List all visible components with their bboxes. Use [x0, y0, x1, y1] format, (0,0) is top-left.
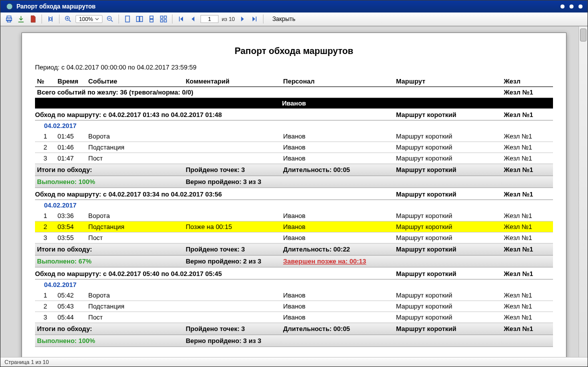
vertical-scrollbar[interactable]: [578, 26, 588, 357]
find-icon[interactable]: [46, 14, 55, 24]
page-input[interactable]: [200, 15, 218, 23]
zoom-select[interactable]: 100%: [76, 15, 102, 23]
last-page-icon[interactable]: [250, 14, 259, 24]
summary-row: Всего событий по жезлу: 36 (тревога/норм…: [35, 87, 553, 98]
totals-row-2: Выполнено: 100%Верно пройдено: 3 из 3: [35, 335, 553, 347]
th-time: Время: [56, 76, 86, 87]
th-baton: Жезл: [502, 76, 553, 87]
svg-rect-15: [164, 20, 166, 22]
svg-rect-12: [160, 16, 163, 18]
totals-row: Итоги по обходу:Пройдено точек: 3Длитель…: [35, 164, 553, 176]
app-icon: [6, 2, 14, 10]
view-single-page-icon[interactable]: [123, 14, 132, 24]
page-total-label: из 10: [222, 16, 234, 22]
title-bar: Рапорт обхода маршрутов: [0, 0, 588, 12]
report-viewport[interactable]: Рапорт обхода маршрутов Период: с 04.02.…: [0, 26, 588, 357]
window-controls[interactable]: [560, 4, 582, 8]
window-dot-min[interactable]: [560, 4, 564, 8]
view-continuous-icon[interactable]: [147, 14, 156, 24]
view-facing-pages-icon[interactable]: [135, 14, 144, 24]
toolbar-sep-3: [118, 14, 119, 24]
th-route: Маршрут: [394, 76, 502, 87]
next-page-icon[interactable]: [238, 14, 247, 24]
scrollbar-thumb[interactable]: [580, 28, 586, 42]
header-row: № Время Событие Комментарий Персонал Мар…: [35, 76, 553, 87]
table-row: 203:54ПодстанцияПозже на 00:15ИвановМарш…: [35, 222, 553, 232]
table-row: 303:55ПостИвановМаршрут короткийЖезл №1: [35, 232, 553, 244]
toolbar-sep-5: [263, 14, 264, 24]
svg-rect-14: [160, 20, 163, 22]
svg-rect-9: [140, 16, 142, 22]
table-row: 301:47ПостИвановМаршрут короткийЖезл №1: [35, 153, 553, 164]
svg-point-0: [6, 4, 12, 10]
table-row: 101:45ВоротаИвановМаршрут короткийЖезл №…: [35, 131, 553, 142]
app-window: Рапорт обхода маршрутов 100%: [0, 0, 588, 367]
table-row: 201:46ПодстанцияИвановМаршрут короткийЖе…: [35, 142, 553, 153]
toolbar-sep-1: [42, 14, 42, 24]
route-header-row: Обход по маршруту: с 04.02.2017 03:34 по…: [35, 188, 553, 200]
table-row: 305:44ПостИвановМаршрут короткийЖезл №1: [35, 312, 553, 323]
date-row: 04.02.2017: [35, 280, 553, 290]
svg-rect-8: [136, 16, 139, 22]
svg-rect-10: [150, 16, 154, 18]
table-row: 103:36ВоротаИвановМаршрут короткийЖезл №…: [35, 210, 553, 222]
view-grid-icon[interactable]: [159, 14, 168, 24]
svg-rect-7: [126, 16, 130, 22]
export-icon[interactable]: [16, 14, 26, 24]
svg-rect-13: [164, 16, 166, 18]
report-page: Рапорт обхода маршрутов Период: с 04.02.…: [22, 32, 566, 357]
totals-row-2: Выполнено: 100%Верно пройдено: 3 из 3: [35, 176, 553, 188]
first-page-icon[interactable]: [176, 14, 186, 24]
th-num: №: [35, 76, 56, 87]
table-row: 105:42ВоротаИвановМаршрут короткийЖезл №…: [35, 290, 553, 301]
totals-row: Итоги по обходу:Пройдено точек: 3Длитель…: [35, 244, 553, 256]
zoom-in-icon[interactable]: [64, 14, 72, 24]
window-dot-max[interactable]: [570, 4, 574, 8]
status-page-label: Страница 1 из 10: [4, 359, 49, 365]
toolbar-sep-4: [172, 14, 172, 24]
report-table: № Время Событие Комментарий Персонал Мар…: [35, 76, 553, 347]
th-person: Персонал: [281, 76, 394, 87]
svg-point-4: [49, 18, 52, 20]
toolbar: 100% из 10: [0, 12, 588, 26]
date-row: 04.02.2017: [35, 200, 553, 211]
toolbar-sep-2: [59, 14, 60, 24]
th-comment: Комментарий: [184, 76, 281, 87]
prev-page-icon[interactable]: [188, 14, 198, 24]
date-row: 04.02.2017: [35, 120, 553, 132]
close-button[interactable]: Закрыть: [272, 16, 296, 22]
report-title: Рапорт обхода маршрутов: [35, 46, 553, 56]
window-title: Рапорт обхода маршрутов: [16, 3, 96, 10]
totals-row-2: Выполнено: 67%Верно пройдено: 2 из 3Заве…: [35, 256, 553, 268]
pdf-icon[interactable]: [28, 14, 38, 24]
person-band: Иванов: [35, 98, 553, 109]
report-period: Период: с 04.02.2017 00:00:00 по 04.02.2…: [35, 64, 553, 71]
th-event: Событие: [86, 76, 184, 87]
table-row: 205:43ПодстанцияИвановМаршрут короткийЖе…: [35, 301, 553, 312]
window-dot-close[interactable]: [578, 4, 582, 8]
route-header-row: Обход по маршруту: с 04.02.2017 05:40 по…: [35, 268, 553, 280]
svg-rect-11: [150, 20, 154, 22]
route-header-row: Обход по маршруту: с 04.02.2017 01:43 по…: [35, 108, 553, 120]
zoom-out-icon[interactable]: [106, 14, 114, 24]
totals-row: Итоги по обходу:Пройдено точек: 3Длитель…: [35, 323, 553, 335]
zoom-value: 100%: [79, 16, 93, 22]
status-bar: Страница 1 из 10: [0, 357, 588, 366]
print-icon[interactable]: [4, 14, 14, 24]
